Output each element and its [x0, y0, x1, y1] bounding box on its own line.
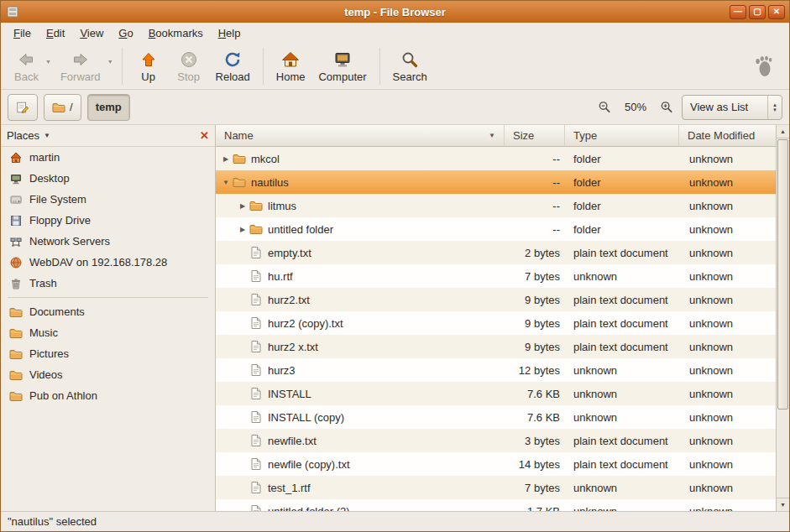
- sidebar-item-music[interactable]: Music: [1, 322, 215, 343]
- file-row[interactable]: INSTALL (copy)7.6 KBunknownunknown: [216, 405, 776, 429]
- menu-item-go[interactable]: Go: [111, 24, 140, 42]
- file-row[interactable]: ▶untitled folder--folderunknown: [216, 217, 776, 241]
- file-row[interactable]: hurz2 x.txt9 bytesplain text documentunk…: [216, 335, 776, 358]
- file-row[interactable]: untitled folder (2)1.7 KBunknownunknown: [216, 499, 776, 511]
- home-button[interactable]: Home: [269, 45, 312, 87]
- back-button[interactable]: ▼Back: [8, 45, 54, 87]
- menu-item-view[interactable]: View: [72, 24, 111, 42]
- sidebar-item-documents[interactable]: Documents: [1, 301, 215, 322]
- file-rows: ▶mkcol--folderunknown▼nautilus--folderun…: [216, 147, 776, 511]
- folder-icon: [249, 222, 263, 236]
- sidebar-item-label: Pictures: [29, 347, 69, 360]
- file-size-cell: --: [505, 153, 565, 165]
- places-selector[interactable]: Places ▼: [7, 129, 50, 142]
- file-name-cell: ▶mkcol: [216, 152, 505, 165]
- zoom-level: 50%: [620, 101, 651, 113]
- places-header: Places ▼ ✕: [1, 125, 215, 147]
- column-header-name[interactable]: Name▼: [216, 125, 505, 146]
- expander-expanded-icon[interactable]: ▼: [219, 179, 233, 186]
- file-row[interactable]: hurz2 (copy).txt9 bytesplain text docume…: [216, 311, 776, 335]
- dropdown-arrow-icon[interactable]: ▼: [107, 59, 113, 65]
- file-row[interactable]: newfile.txt3 bytesplain text documentunk…: [216, 429, 776, 452]
- file-date-cell: unknown: [679, 223, 776, 236]
- search-button[interactable]: Search: [386, 45, 434, 87]
- file-name-label: newfile (copy).txt: [268, 458, 350, 471]
- sidebar-item-martin[interactable]: martin: [1, 147, 215, 168]
- file-date-cell: unknown: [679, 411, 776, 424]
- up-button[interactable]: Up: [128, 45, 169, 87]
- file-date-cell: unknown: [679, 458, 776, 471]
- sidebar-item-floppy-drive[interactable]: Floppy Drive: [1, 210, 215, 231]
- sidebar-item-videos[interactable]: Videos: [1, 364, 215, 385]
- file-name-cell: hurz2 x.txt: [216, 340, 505, 353]
- toolbar-button-label: Reload: [216, 70, 250, 83]
- file-date-cell: unknown: [679, 200, 776, 212]
- computer-button[interactable]: Computer: [311, 45, 373, 87]
- expander-collapsed-icon[interactable]: ▶: [236, 202, 249, 210]
- file-name-label: litmus: [268, 200, 296, 212]
- toolbar-separator: [122, 48, 123, 85]
- column-header-size[interactable]: Size: [505, 125, 565, 146]
- expander-collapsed-icon[interactable]: ▶: [236, 226, 249, 233]
- spinner-arrows-icon[interactable]: ▲▼: [767, 96, 782, 119]
- sidebar-item-pictures[interactable]: Pictures: [1, 343, 215, 364]
- forward-button[interactable]: ▼Forward: [54, 45, 116, 87]
- file-row[interactable]: hu.rtf7 bytesunknownunknown: [216, 264, 776, 288]
- reload-icon: [222, 50, 243, 70]
- sidebar-list: martinDesktopFile SystemFloppy DriveNetw…: [1, 147, 215, 406]
- file-size-cell: 7 bytes: [505, 482, 565, 494]
- file-row[interactable]: ▼nautilus--folderunknown: [216, 170, 776, 194]
- sidebar-item-network-servers[interactable]: Network Servers: [1, 231, 215, 252]
- folder-icon: [9, 368, 23, 382]
- file-row[interactable]: INSTALL7.6 KBunknownunknown: [216, 382, 776, 405]
- root-folder-button[interactable]: /: [44, 94, 81, 121]
- zoom-out-button[interactable]: [595, 98, 614, 117]
- scroll-down-icon[interactable]: ▼: [777, 498, 789, 511]
- file-row[interactable]: ▶mkcol--folderunknown: [216, 147, 776, 170]
- minimize-button[interactable]: —: [730, 5, 746, 19]
- expander-collapsed-icon[interactable]: ▶: [219, 155, 233, 163]
- scrollbar-thumb[interactable]: [777, 139, 788, 409]
- toggle-location-entry-button[interactable]: [8, 94, 38, 121]
- sidebar-close-icon[interactable]: ✕: [200, 129, 209, 142]
- file-name-cell: INSTALL (copy): [216, 410, 505, 424]
- column-header-date-modified[interactable]: Date Modified: [679, 125, 776, 146]
- menu-item-edit[interactable]: Edit: [39, 24, 72, 42]
- file-row[interactable]: hurz312 bytesunknownunknown: [216, 358, 776, 382]
- file-row[interactable]: newfile (copy).txt14 bytesplain text doc…: [216, 452, 776, 476]
- sidebar-item-desktop[interactable]: Desktop: [1, 168, 215, 189]
- column-header-type[interactable]: Type: [565, 125, 679, 146]
- current-folder-button[interactable]: temp: [87, 94, 130, 121]
- sidebar-item-file-system[interactable]: File System: [1, 189, 215, 210]
- menu-item-file[interactable]: File: [6, 24, 39, 42]
- stop-button[interactable]: Stop: [169, 45, 209, 87]
- dropdown-arrow-icon[interactable]: ▼: [45, 59, 51, 65]
- file-row[interactable]: hurz2.txt9 bytesplain text documentunkno…: [216, 288, 776, 311]
- sidebar-item-pub-on-athlon[interactable]: Pub on Athlon: [1, 385, 215, 406]
- trash-icon: [9, 277, 23, 290]
- file-icon: [249, 434, 263, 447]
- file-row[interactable]: test_1.rtf7 bytesunknownunknown: [216, 476, 776, 499]
- view-mode-select[interactable]: View as List ▲▼: [682, 95, 782, 120]
- zoom-in-button[interactable]: [657, 98, 676, 117]
- file-icon: [249, 246, 263, 259]
- close-button[interactable]: ✕: [768, 5, 785, 19]
- file-name-cell: hurz2.txt: [216, 293, 505, 306]
- file-type-cell: plain text document: [565, 247, 679, 259]
- location-bar: / temp 50% View as List ▲▼: [1, 90, 789, 125]
- maximize-button[interactable]: ▢: [749, 5, 766, 19]
- file-name-cell: hurz3: [216, 363, 505, 377]
- sidebar-item-trash[interactable]: Trash: [1, 273, 215, 294]
- toolbar: ▼Back▼ForwardUpStopReloadHomeComputerSea…: [1, 43, 789, 90]
- menu-item-bookmarks[interactable]: Bookmarks: [141, 24, 211, 42]
- file-row[interactable]: empty.txt2 bytesplain text documentunkno…: [216, 241, 776, 264]
- sidebar-item-label: Trash: [29, 277, 57, 289]
- menu-item-help[interactable]: Help: [211, 24, 249, 42]
- places-title: Places: [7, 129, 39, 142]
- vertical-scrollbar[interactable]: ▲ ▼: [776, 125, 789, 511]
- file-row[interactable]: ▶litmus--folderunknown: [216, 194, 776, 217]
- scroll-up-icon[interactable]: ▲: [777, 125, 789, 138]
- sidebar-item-webdav-on-192-168-178-28[interactable]: WebDAV on 192.168.178.28: [1, 252, 215, 273]
- sidebar-item-label: martin: [29, 151, 60, 164]
- reload-button[interactable]: Reload: [209, 45, 257, 87]
